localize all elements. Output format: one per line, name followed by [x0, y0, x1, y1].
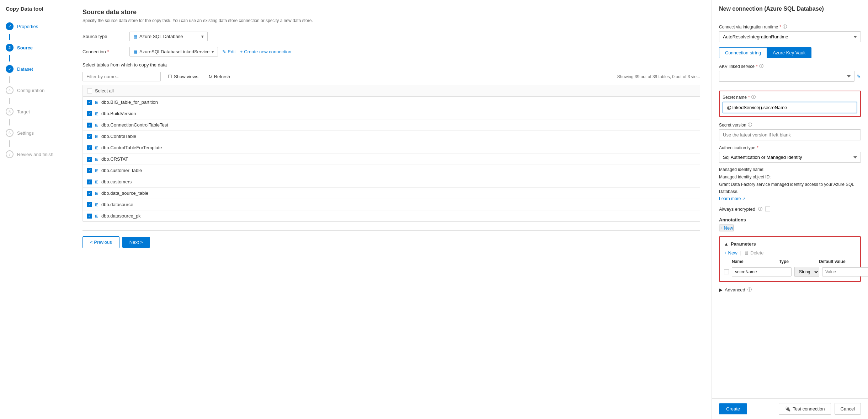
row-checkbox[interactable]: ✓ [87, 157, 92, 162]
secret-name-input[interactable]: @linkedService().secreName [723, 102, 857, 113]
secret-name-label: Secret name * ⓘ [723, 94, 857, 100]
step-line-2 [9, 55, 10, 61]
sidebar-label-review: Review and finish [17, 152, 53, 157]
row-checkbox[interactable]: ✓ [87, 100, 92, 105]
create-connection-button[interactable]: + Create new connection [240, 49, 292, 54]
app-title: Copy Data tool [0, 6, 71, 19]
source-type-row: Source type ▦ Azure SQL Database ▾ [82, 32, 700, 41]
table-grid-icon: ⊞ [95, 179, 98, 184]
table-grid-icon: ⊞ [95, 123, 98, 128]
sidebar-item-target[interactable]: 5 Target [0, 104, 71, 119]
managed-identity-section: Managed identity name: Managed identity … [719, 166, 861, 201]
plug-icon: 🔌 [785, 406, 790, 412]
row-checkbox[interactable]: ✓ [87, 168, 92, 173]
connect-via-select[interactable]: AutoResolveIntegrationRuntime [719, 31, 861, 42]
row-checkbox[interactable]: ✓ [87, 111, 92, 116]
param-type-select[interactable]: String [794, 267, 819, 277]
advanced-info-icon[interactable]: ⓘ [747, 287, 752, 293]
akv-linked-service-select[interactable] [719, 71, 854, 82]
auth-type-select[interactable]: Sql Authentication or Managed Identity [719, 152, 861, 163]
source-type-select[interactable]: ▦ Azure SQL Database ▾ [129, 32, 208, 41]
new-annotation-button[interactable]: + New [719, 225, 734, 231]
row-checkbox[interactable]: ✓ [87, 134, 92, 139]
table-row[interactable]: ✓ ⊞ dbo.customer_table [83, 165, 700, 176]
param-name-input[interactable]: secreName [732, 267, 792, 276]
param-default-input[interactable] [822, 267, 868, 276]
filter-input[interactable] [82, 72, 161, 81]
secret-version-input[interactable] [719, 129, 861, 140]
sidebar-item-settings[interactable]: 6 Settings [0, 125, 71, 140]
sidebar-item-review[interactable]: 7 Review and finish [0, 147, 71, 162]
step-line-6 [9, 140, 10, 147]
secret-name-section: Secret name * ⓘ @linkedService().secreNa… [719, 91, 861, 117]
create-button[interactable]: Create [719, 403, 747, 414]
secret-version-section: Secret version ⓘ [719, 122, 861, 140]
learn-more-link[interactable]: Learn more [719, 196, 741, 201]
param-row-checkbox[interactable] [724, 269, 729, 274]
parameters-header: ▲ Parameters [724, 241, 856, 247]
secret-name-info-icon[interactable]: ⓘ [751, 94, 756, 100]
sidebar-item-source[interactable]: 2 Source [0, 40, 71, 55]
table-grid-icon: ⊞ [95, 111, 98, 116]
step-circle-dataset: ✓ [6, 65, 14, 73]
params-new-button[interactable]: + New [724, 250, 737, 256]
test-connection-button[interactable]: 🔌 Test connection [779, 403, 831, 415]
row-checkbox[interactable]: ✓ [87, 179, 92, 184]
table-row[interactable]: ✓ ⊞ dbo.ConnectionControlTableTest [83, 119, 700, 131]
row-checkbox[interactable]: ✓ [87, 214, 92, 219]
table-row[interactable]: ✓ ⊞ dbo.datasource_pk [83, 210, 700, 221]
tab-azure-key-vault[interactable]: Azure Key Vault [767, 47, 811, 58]
table-row-name: dbo.BIG_table_for_partition [101, 100, 158, 105]
tab-connection-string[interactable]: Connection string [719, 47, 767, 58]
show-views-button[interactable]: ☐ Show views [165, 72, 201, 81]
sidebar-item-configuration[interactable]: 4 Configuration [0, 83, 71, 98]
connection-select[interactable]: ▦ AzureSQLDatabaseLinkedService ▾ [129, 47, 218, 57]
sidebar-label-properties: Properties [17, 24, 38, 29]
refresh-button[interactable]: ↻ Refresh [206, 72, 233, 81]
sidebar-item-dataset[interactable]: ✓ Dataset [0, 61, 71, 76]
table-row[interactable]: ✓ ⊞ dbo.CRSTAT [83, 154, 700, 165]
connection-chevron-icon: ▾ [212, 49, 214, 54]
right-panel-title: New connection (Azure SQL Database) [712, 0, 868, 18]
table-grid-icon: ⊞ [95, 168, 98, 173]
row-checkbox[interactable]: ✓ [87, 202, 92, 207]
row-checkbox[interactable]: ✓ [87, 123, 92, 128]
always-encrypted-checkbox[interactable] [765, 206, 770, 211]
always-encrypted-info-icon[interactable]: ⓘ [758, 206, 762, 212]
params-delete-button[interactable]: 🗑 Delete [744, 250, 764, 256]
edit-connection-button[interactable]: ✎ Edit [222, 49, 235, 54]
akv-edit-icon[interactable]: ✎ [857, 74, 861, 79]
table-list: Select all ✓ ⊞ dbo.BIG_table_for_partiti… [82, 85, 700, 222]
previous-button[interactable]: < Previous [82, 236, 119, 248]
sidebar-item-properties[interactable]: ✓ Properties [0, 19, 71, 34]
next-button[interactable]: Next > [122, 237, 150, 248]
secret-version-info-icon[interactable]: ⓘ [748, 122, 752, 128]
table-row[interactable]: ✓ ⊞ dbo.data_source_table [83, 188, 700, 199]
row-checkbox[interactable]: ✓ [87, 145, 92, 150]
table-row[interactable]: ✓ ⊞ dbo.BIG_table_for_partition [83, 97, 700, 108]
connect-via-info-icon[interactable]: ⓘ [783, 24, 787, 30]
row-checkbox[interactable]: ✓ [87, 191, 92, 196]
collapse-icon: ▲ [724, 241, 729, 247]
select-all-checkbox[interactable] [87, 88, 92, 93]
table-row-name: dbo.ConnectionControlTableTest [101, 122, 168, 128]
cancel-button[interactable]: Cancel [835, 403, 861, 415]
sidebar-label-settings: Settings [17, 130, 34, 136]
divider [719, 87, 861, 87]
akv-info-icon[interactable]: ⓘ [759, 63, 763, 69]
plus-icon: + [720, 225, 723, 231]
table-grid-icon: ⊞ [95, 191, 98, 196]
connection-label: Connection * [82, 49, 125, 54]
showing-text: Showing 39 out of 39 tables, 0 out of 3 … [617, 74, 701, 79]
table-row-name: dbo.data_source_table [101, 190, 148, 196]
table-row[interactable]: ✓ ⊞ dbo.datasource [83, 199, 700, 210]
managed-identity-object-text: Managed identity object ID: [719, 174, 861, 181]
table-row[interactable]: ✓ ⊞ dbo.BuildVersion [83, 108, 700, 119]
table-row[interactable]: ✓ ⊞ dbo.ControlTableForTemplate [83, 142, 700, 154]
table-grid-icon: ⊞ [95, 202, 98, 207]
step-line-4 [9, 98, 10, 104]
table-row[interactable]: ✓ ⊞ dbo.ControlTable [83, 131, 700, 142]
table-grid-icon: ⊞ [95, 157, 98, 162]
advanced-section[interactable]: ▶ Advanced ⓘ [719, 287, 861, 293]
table-row[interactable]: ✓ ⊞ dbo.customers [83, 176, 700, 188]
